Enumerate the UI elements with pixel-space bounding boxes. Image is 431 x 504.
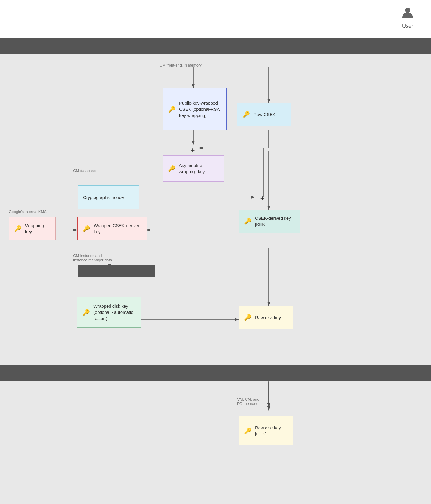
key-icon-8: 🔑	[244, 313, 252, 321]
raw-disk-key-upper-node: 🔑 Raw disk key	[239, 306, 293, 329]
section-bar	[0, 365, 431, 381]
key-icon-7: 🔑	[83, 308, 90, 316]
cm-frontend-label: CM front-end, in memory	[160, 63, 202, 67]
raw-csek-label: Raw CSEK	[254, 111, 276, 118]
wrapping-key-node: 🔑 Wrapping key	[9, 217, 56, 240]
key-icon-1: 🔑	[168, 105, 176, 113]
key-icon-6: 🔑	[244, 217, 252, 225]
cryptographic-nonce-node: Cryptographic nonce	[78, 185, 139, 209]
top-bar: User	[0, 0, 431, 38]
cm-database-label: CM database	[73, 168, 96, 173]
wrapped-disk-label: Wrapped disk key (optional - automatic r…	[93, 303, 136, 321]
raw-disk-key-dek-node: 🔑 Raw disk key [DEK]	[239, 416, 293, 445]
user-box: User	[384, 0, 431, 35]
nav-bar	[0, 38, 431, 54]
wrapped-csek-label: Wrapped CSEK-derived key	[94, 222, 141, 235]
bottom-area: VM, CM, and PD memory 🔑 Raw disk key [DE…	[0, 381, 431, 504]
googles-kms-label: Google's internal KMS	[9, 210, 47, 214]
public-key-label: Public-key-wrapped CSEK (optional-RSA ke…	[179, 100, 221, 118]
diagram-area: CM front-end, in memory CM database Goog…	[0, 54, 431, 365]
cm-instance-label: CM instance and instance manager data	[73, 253, 112, 262]
key-icon-4: 🔑	[14, 224, 22, 233]
svg-text:+: +	[190, 146, 195, 154]
user-icon	[401, 6, 414, 21]
key-icon-5: 🔑	[83, 224, 90, 233]
svg-text:+: +	[260, 194, 264, 202]
wrapped-csek-derived-node: 🔑 Wrapped CSEK-derived key	[77, 217, 147, 240]
csek-kek-label: CSEK-derived key [KEK]	[255, 215, 295, 227]
asymmetric-wrapping-node: 🔑 Asymmetric wrapping key	[163, 155, 224, 182]
nonce-label: Cryptographic nonce	[83, 194, 124, 200]
svg-point-0	[405, 8, 410, 13]
redacted-bar	[78, 265, 155, 277]
key-icon-3: 🔑	[168, 164, 175, 173]
user-label: User	[402, 23, 413, 29]
bottom-arrows	[0, 381, 431, 504]
raw-disk-dek-label: Raw disk key [DEK]	[255, 425, 287, 437]
wrapped-disk-key-node: 🔑 Wrapped disk key (optional - automatic…	[77, 297, 141, 328]
key-icon-2: 🔑	[243, 110, 250, 118]
raw-csek-node: 🔑 Raw CSEK	[237, 103, 291, 126]
wrapping-key-label: Wrapping key	[25, 222, 50, 235]
public-key-wrapped-node: 🔑 Public-key-wrapped CSEK (optional-RSA …	[163, 88, 227, 130]
key-icon-9: 🔑	[244, 427, 252, 435]
csek-derived-kek-node: 🔑 CSEK-derived key [KEK]	[239, 210, 300, 233]
vm-cm-pd-label: VM, CM, and PD memory	[237, 397, 259, 406]
raw-disk-upper-label: Raw disk key	[255, 314, 281, 321]
asymmetric-label: Asymmetric wrapping key	[179, 162, 218, 175]
